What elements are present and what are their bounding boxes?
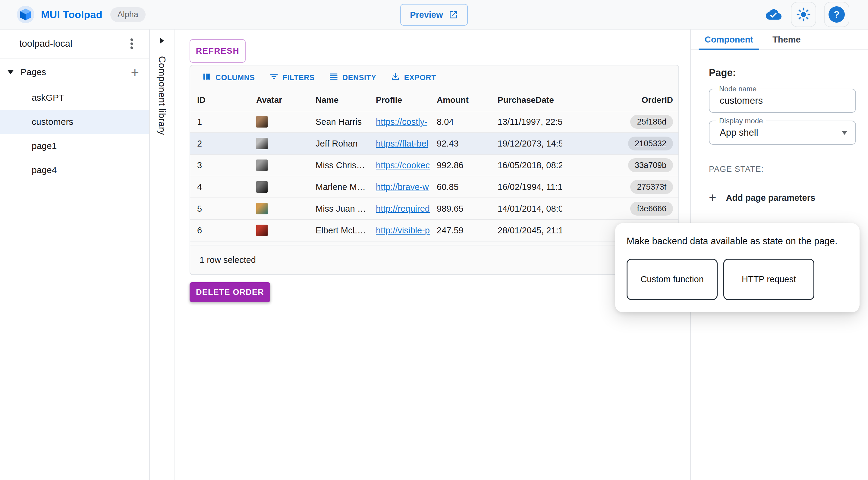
grid-toolbar-label: EXPORT: [404, 73, 436, 82]
query-popover: Make backend data available as state on …: [615, 223, 860, 312]
chevron-down-icon: [841, 131, 847, 135]
sidebar-item-askGPT[interactable]: askGPT: [0, 86, 149, 110]
column-header-amount[interactable]: Amount: [430, 95, 491, 105]
http-request-button[interactable]: HTTP request: [723, 259, 814, 300]
plus-icon: +: [709, 191, 716, 204]
pages-section-header[interactable]: Pages +: [0, 59, 149, 86]
display-mode-select[interactable]: Display mode App shell: [709, 121, 856, 145]
cell-profile: https://flat-bel: [369, 139, 430, 149]
cell-order-id: 275373f: [562, 180, 678, 194]
column-header-orderid[interactable]: OrderID: [562, 95, 678, 105]
table-row[interactable]: 5Miss Juan …http://required989.6514/01/2…: [190, 198, 678, 220]
avatar: [256, 159, 268, 171]
table-row[interactable]: 2Jeff Rohanhttps://flat-bel92.4319/12/20…: [190, 133, 678, 155]
cell-name: Elbert McL…: [309, 226, 369, 236]
delete-order-button[interactable]: DELETE ORDER: [190, 282, 270, 302]
action-label: Add page parameters: [726, 193, 815, 203]
cell-avatar: [249, 181, 309, 193]
table-row[interactable]: 3Miss Chris…https://cookec992.8616/05/20…: [190, 155, 678, 176]
light-mode-icon: [797, 7, 810, 22]
open-in-new-icon: [448, 10, 458, 20]
order-id-chip: 33a709b: [628, 158, 673, 172]
node-name-value: customers: [720, 95, 763, 106]
cell-profile: http://brave-w: [369, 182, 430, 192]
profile-link[interactable]: https://cookec: [376, 160, 430, 170]
display-mode-value: App shell: [720, 127, 758, 138]
profile-link[interactable]: http://visible-p: [376, 226, 430, 235]
profile-link[interactable]: http://brave-w: [376, 182, 429, 192]
refresh-button[interactable]: REFRESH: [190, 39, 246, 63]
add-page-button[interactable]: +: [131, 65, 139, 79]
cell-id: 5: [190, 204, 249, 214]
data-grid-footer: 1 row selected: [190, 245, 678, 274]
alpha-badge: Alpha: [110, 7, 146, 22]
avatar: [256, 116, 268, 127]
column-header-profile[interactable]: Profile: [369, 95, 430, 105]
data-grid-rows: 1Sean Harrishttps://costly-8.0413/11/199…: [190, 111, 678, 241]
component-library-strip[interactable]: Component library: [150, 30, 175, 480]
cell-name: Jeff Rohan: [309, 139, 369, 149]
profile-link[interactable]: http://required: [376, 204, 430, 213]
display-mode-label: Display mode: [716, 117, 766, 125]
cell-id: 1: [190, 117, 249, 127]
table-row[interactable]: 4Marlene M…http://brave-w60.8516/02/1994…: [190, 176, 678, 198]
tab-theme[interactable]: Theme: [770, 30, 804, 50]
cell-avatar: [249, 159, 309, 171]
cell-purchase-date: 13/11/1997, 22:54:11: [491, 117, 562, 127]
avatar: [256, 224, 268, 236]
node-name-field[interactable]: Node name customers: [709, 89, 856, 113]
selection-count: 1 row selected: [199, 255, 256, 265]
column-header-id[interactable]: ID: [190, 95, 249, 105]
cell-avatar: [249, 116, 309, 127]
cell-name: Miss Juan …: [309, 204, 369, 214]
cell-amount: 989.65: [430, 204, 491, 214]
column-header-name[interactable]: Name: [309, 95, 369, 105]
chevron-right-icon: [160, 37, 164, 44]
grid-toolbar-filters-button[interactable]: FILTERS: [270, 72, 315, 83]
cell-order-id: f3e6666: [562, 202, 678, 216]
data-grid-row-sliver: [190, 241, 678, 245]
column-header-avatar[interactable]: Avatar: [249, 95, 309, 105]
table-row[interactable]: 6Elbert McL…http://visible-p247.5928/01/…: [190, 220, 678, 241]
grid-toolbar-label: FILTERS: [283, 73, 315, 82]
profile-link[interactable]: https://flat-bel: [376, 139, 428, 148]
sidebar-item-page4[interactable]: page4: [0, 158, 149, 182]
project-menu-button[interactable]: [125, 35, 138, 52]
popover-message: Make backend data available as state on …: [627, 236, 860, 247]
preview-button-label: Preview: [410, 10, 443, 20]
grid-toolbar-columns-button[interactable]: COLUMNS: [202, 72, 255, 83]
cell-avatar: [249, 203, 309, 214]
order-id-chip: 2105332: [628, 137, 673, 150]
cell-profile: http://required: [369, 204, 430, 214]
cell-purchase-date: 16/05/2018, 08:23:05: [491, 160, 562, 170]
data-grid: COLUMNSFILTERSDENSITYEXPORT IDAvatarName…: [190, 65, 679, 275]
theme-toggle-button[interactable]: [791, 2, 816, 27]
add-page-parameters-button[interactable]: +Add page parameters: [709, 191, 868, 204]
profile-link[interactable]: https://costly-: [376, 117, 427, 127]
cloud-done-icon: [764, 7, 783, 22]
help-button[interactable]: ?: [824, 2, 849, 27]
grid-toolbar-export-button[interactable]: EXPORT: [391, 72, 436, 83]
page-canvas: REFRESH COLUMNSFILTERSDENSITYEXPORT IDAv…: [175, 30, 690, 480]
cell-order-id: 33a709b: [562, 158, 678, 172]
table-row[interactable]: 1Sean Harrishttps://costly-8.0413/11/199…: [190, 111, 678, 133]
column-header-purchasedate[interactable]: PurchaseDate: [491, 95, 562, 105]
preview-button[interactable]: Preview: [400, 4, 468, 26]
explorer-sidebar: toolpad-local Pages + askGPTcustomerspag…: [0, 30, 150, 480]
pages-list: askGPTcustomerspage1page4: [0, 86, 149, 182]
sidebar-item-page1[interactable]: page1: [0, 134, 149, 158]
order-id-chip: 275373f: [630, 180, 673, 194]
grid-toolbar-label: DENSITY: [342, 73, 376, 82]
cell-name: Miss Chris…: [309, 160, 369, 170]
tab-component[interactable]: Component: [702, 30, 756, 50]
filter-list-icon: [270, 72, 278, 83]
cell-profile: https://cookec: [369, 160, 430, 170]
cell-name: Sean Harris: [309, 117, 369, 127]
data-grid-toolbar: COLUMNSFILTERSDENSITYEXPORT: [190, 65, 678, 90]
top-app-bar: MUI Toolpad Alpha Preview ?: [0, 0, 868, 30]
popover-buttons: Custom functionHTTP request: [627, 259, 860, 300]
cell-id: 2: [190, 139, 249, 149]
sidebar-item-customers[interactable]: customers: [0, 110, 149, 134]
grid-toolbar-density-button[interactable]: DENSITY: [329, 72, 376, 83]
custom-function-button[interactable]: Custom function: [627, 259, 718, 300]
